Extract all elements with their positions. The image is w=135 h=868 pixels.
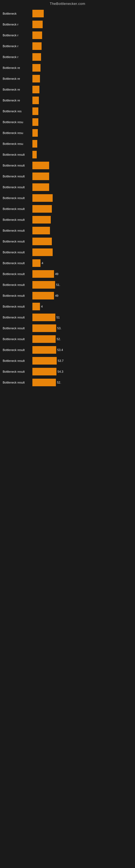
bar-container [32, 21, 132, 28]
bar [32, 64, 41, 72]
bar-container [32, 42, 132, 50]
bar-container [32, 248, 132, 256]
bar [32, 75, 40, 83]
bar-label: Bottleneck result [3, 316, 32, 319]
bar-label: Bottleneck r [3, 23, 32, 26]
bar-label: Bottleneck result [3, 240, 32, 243]
bar-label: Bottleneck result [3, 186, 32, 189]
bar-label: Bottleneck r [3, 44, 32, 48]
bar-row: Bottleneck result53. [3, 323, 132, 333]
bar-row: Bottleneck result [3, 171, 132, 182]
bar-row: Bottleneck result51 [3, 312, 132, 322]
bar-container [32, 194, 132, 202]
bar-container [32, 205, 132, 213]
bar-row: Bottleneck r [3, 52, 132, 62]
bar-container [32, 216, 132, 223]
bar [32, 238, 52, 245]
bar-label: Bottleneck result [3, 251, 32, 254]
bar-label: Bottleneck re [3, 77, 32, 80]
bar-row: Bottleneck result [3, 215, 132, 225]
bar-container: 51. [32, 281, 132, 289]
bar-row: Bottleneck result52. [3, 334, 132, 344]
bar-label: Bottleneck res [3, 110, 32, 113]
bar-container: 49 [32, 292, 132, 300]
bar [32, 53, 41, 61]
bar-row: Bottleneck result53.4 [3, 345, 132, 355]
bar [32, 107, 38, 115]
bar-container: 53.7 [32, 357, 132, 365]
bar-row: Bottleneck [3, 8, 132, 19]
bar-label: Bottleneck r [3, 34, 32, 37]
bar-container [32, 118, 132, 126]
bar-label: Bottleneck result [3, 337, 32, 341]
bar-label: Bottleneck result [3, 327, 32, 330]
bar-container [32, 86, 132, 93]
bar-row: Bottleneck result [3, 160, 132, 170]
bar-value: 53. [57, 327, 61, 330]
bar-value: 52. [57, 381, 61, 384]
bar-container: 52. [32, 379, 132, 386]
bar-container: 53. [32, 324, 132, 332]
bar-label: Bottleneck re [3, 99, 32, 102]
bar-row: Bottleneck result [3, 236, 132, 247]
bar-container [32, 227, 132, 235]
bar-label: Bottleneck resu [3, 131, 32, 134]
bar-row: Bottleneck r [3, 30, 132, 40]
bar-label: Bottleneck result [3, 305, 32, 308]
bar-label: Bottleneck result [3, 370, 32, 373]
bar-label: Bottleneck result [3, 381, 32, 384]
bar-label: Bottleneck result [3, 348, 32, 351]
bar-label: Bottleneck result [3, 272, 32, 276]
bar-row: Bottleneck result54.3 [3, 367, 132, 377]
bar-value: 4 [41, 305, 43, 308]
chart-area: BottleneckBottleneck rBottleneck rBottle… [0, 8, 135, 388]
bar-label: Bottleneck re [3, 66, 32, 69]
bar-container: 4 [32, 303, 132, 310]
bar-container [32, 64, 132, 72]
bar [32, 216, 51, 223]
bar [32, 303, 40, 310]
bar-row: Bottleneck result [3, 150, 132, 160]
bar [32, 379, 56, 386]
bar [32, 42, 42, 50]
bar-container [32, 97, 132, 104]
bar-container: 4 [32, 259, 132, 267]
bar [32, 346, 56, 354]
bar-label: Bottleneck result [3, 294, 32, 297]
bar-container [32, 140, 132, 148]
bar-row: Bottleneck re [3, 95, 132, 105]
bar-container: 51 [32, 314, 132, 321]
bar-label: Bottleneck result [3, 261, 32, 265]
bar-value: 53.4 [57, 348, 63, 351]
bar-row: Bottleneck r [3, 41, 132, 51]
bar-container: 54.3 [32, 368, 132, 375]
bar-value: 51. [56, 283, 60, 286]
bar [32, 129, 38, 137]
bar-row: Bottleneck result [3, 182, 132, 192]
bar-value: 52. [57, 337, 61, 341]
bar [32, 118, 38, 126]
bar [32, 173, 49, 180]
bar [32, 292, 54, 300]
bar-label: Bottleneck [3, 12, 32, 15]
bar-row: Bottleneck re [3, 63, 132, 73]
bar-value: 54.3 [57, 370, 63, 373]
bar-container [32, 238, 132, 245]
bar-row: Bottleneck result4 [3, 301, 132, 312]
bar [32, 21, 43, 28]
bar-container: 52. [32, 335, 132, 343]
bar [32, 97, 39, 104]
bar-container [32, 129, 132, 137]
bar-row: Bottleneck resu [3, 138, 132, 149]
bar-row: Bottleneck resu [3, 128, 132, 138]
bar-label: Bottleneck result [3, 153, 32, 156]
bar-row: Bottleneck re [3, 84, 132, 95]
bar-label: Bottleneck re [3, 88, 32, 91]
bar-container [32, 75, 132, 83]
bar-row: Bottleneck result51. [3, 280, 132, 290]
bar-row: Bottleneck result49 [3, 290, 132, 301]
bar-row: Bottleneck result53.7 [3, 355, 132, 366]
bar [32, 335, 56, 343]
bar-value: 53.7 [58, 359, 63, 362]
bar [32, 31, 42, 39]
